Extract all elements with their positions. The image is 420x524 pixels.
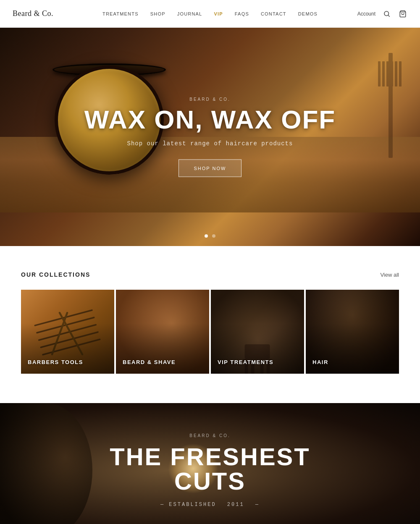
hero2-subtitle: BEARD & CO.: [105, 433, 315, 438]
main-nav: TREATMENTS SHOP JOURNAL VIP FAQs CONTACT…: [102, 11, 318, 16]
collection-item-beard[interactable]: BEARD & SHAVE: [116, 290, 209, 374]
hero-dot-2[interactable]: [212, 234, 215, 238]
nav-shop[interactable]: SHOP: [150, 11, 165, 16]
nav-faqs[interactable]: FAQs: [235, 11, 249, 16]
hero2-content: BEARD & CO. THE FRESHEST CUTS — ESTABLIS…: [105, 433, 315, 508]
hero2-tagline-prefix: — ESTABLISHED: [160, 502, 216, 508]
cart-icon: [398, 10, 407, 18]
svg-rect-9: [399, 61, 402, 86]
hero2-title: THE FRESHEST CUTS: [105, 445, 315, 493]
svg-rect-8: [395, 61, 397, 86]
search-button[interactable]: [383, 10, 391, 18]
cart-button[interactable]: [398, 10, 407, 18]
site-header: Beard & Co. TREATMENTS SHOP JOURNAL VIP …: [0, 0, 420, 28]
hero-section: BEARD & CO. WAX ON, WAX OFF Shop our lat…: [0, 28, 420, 246]
svg-rect-6: [386, 61, 389, 86]
svg-rect-5: [382, 61, 385, 86]
collection-item-barbers[interactable]: BARBERS TOOLS: [21, 290, 114, 374]
collections-section: OUR COLLECTIONS View all BARBERS TOO: [0, 246, 420, 403]
nav-vip[interactable]: VIP: [214, 11, 223, 16]
collections-title: OUR COLLECTIONS: [21, 271, 90, 278]
nav-treatments[interactable]: TREATMENTS: [102, 11, 139, 16]
hero-dots: [205, 234, 215, 238]
collections-header: OUR COLLECTIONS View all: [21, 271, 399, 278]
nav-contact[interactable]: CONTACT: [261, 11, 286, 16]
collections-grid: BARBERS TOOLS BEARD & SHAVE: [21, 290, 399, 374]
hero-subtitle: BEARD & CO.: [84, 97, 336, 102]
account-link[interactable]: Account: [357, 11, 375, 17]
hero-dot-1[interactable]: [205, 234, 208, 238]
collection-label-vip: VIP TREATMENTS: [218, 359, 273, 365]
svg-point-0: [384, 11, 389, 16]
header-actions: Account: [357, 10, 407, 18]
hero-cta-button[interactable]: SHOP NOW: [178, 160, 242, 177]
collection-label-hair: HAIR: [312, 359, 328, 365]
svg-rect-4: [378, 61, 381, 86]
svg-rect-7: [391, 61, 393, 86]
hero-comb-decoration: [374, 53, 407, 179]
hero-description: Shop our latest range of haircare produc…: [84, 140, 336, 147]
nav-demos[interactable]: DEMOS: [298, 11, 318, 16]
collection-label-barbers: BARBERS TOOLS: [28, 359, 83, 365]
hero2-tagline: — ESTABLISHED 2011 —: [105, 502, 315, 508]
logo[interactable]: Beard & Co.: [13, 9, 53, 18]
hero2-tagline-suffix: —: [255, 502, 260, 508]
svg-line-1: [388, 15, 389, 16]
collection-item-vip[interactable]: VIP TREATMENTS: [211, 290, 304, 374]
hero2-section: BEARD & CO. THE FRESHEST CUTS — ESTABLIS…: [0, 403, 420, 524]
view-all-link[interactable]: View all: [380, 272, 399, 278]
hero-title: WAX ON, WAX OFF: [84, 107, 336, 133]
collection-label-beard: BEARD & SHAVE: [123, 359, 176, 365]
search-icon: [383, 10, 391, 18]
hero2-tagline-year: 2011: [227, 502, 244, 508]
nav-journal[interactable]: JOURNAL: [177, 11, 202, 16]
hero-content: BEARD & CO. WAX ON, WAX OFF Shop our lat…: [84, 97, 336, 177]
collection-item-hair[interactable]: HAIR: [306, 290, 399, 374]
